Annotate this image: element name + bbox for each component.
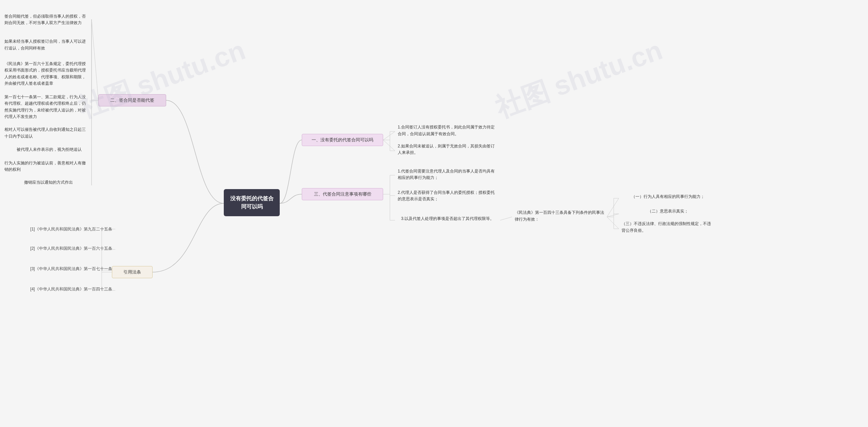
na2-text: 2.如果合同未被追认，则属于无效合同，其损失由签订人来承担。	[398, 143, 497, 156]
c2-text: [2]《中华人民共和国民法典》第一百六十五条	[30, 245, 112, 252]
cite-label: 引用法条	[123, 269, 141, 276]
lt5-text: 相对人可以催告被代理人自收到通知之日起三十日内予以追认	[4, 126, 89, 139]
lt2-text: 如果未经当事人授权签订合同，当事人可以进行追认，合同同样有效	[4, 38, 89, 51]
mindmap: 没有委托的代签合同可以吗 二、签合同是否能代签 引用法条 一、没有委托的代签合同…	[0, 0, 868, 427]
center-label: 没有委托的代签合同可以吗	[230, 195, 274, 211]
mf-child-3: （三）不违反法律、行政法规的强制性规定，不违背公序良俗。	[619, 220, 717, 235]
mf-node: 《民法典》第一百四十三条具备下列条件的民事法律行为有效：	[512, 207, 610, 225]
center-node: 没有委托的代签合同可以吗	[224, 189, 280, 216]
left-text-8: 撤销应当以通知的方式作出	[5, 178, 92, 187]
at1-text: 1.代签合同需要注意代理人及合同的当事人是否均具有相应的民事行为能力；	[398, 168, 497, 181]
c3-text: [3]《中华人民共和国民法典》第一百七十一条	[30, 265, 112, 272]
c4-text: [4]《中华人民共和国民法典》第一百四十三条	[30, 286, 112, 292]
mf-child-2: （二）意思表示真实；	[619, 207, 717, 216]
attention-label: 三、代签合同注意事项有哪些	[314, 191, 371, 198]
node-noauth: 一、没有委托的代签合同可以吗	[302, 134, 383, 146]
node-attention: 三、代签合同注意事项有哪些	[302, 188, 383, 200]
left-text-3: 《民法典》第一百六十五条规定，委托代理授权采用书面形式的，授权委托书应当载明代理…	[2, 59, 92, 88]
left-text-5: 相对人可以催告被代理人自收到通知之日起三十日内予以追认	[2, 125, 92, 141]
na1-text: 1.合同签订人没有授权委托书，则此合同属于效力待定合同，合同追认就属于有效合同。	[398, 124, 497, 137]
mf-text: 《民法典》第一百四十三条具备下列条件的民事法律行为有效：	[515, 209, 608, 222]
node-cite: 引用法条	[112, 266, 153, 278]
mf1-text: （一）行为人具有相应的民事行为能力；	[631, 194, 705, 200]
left-text-6: 被代理人未作表示的，视为拒绝追认	[7, 145, 92, 155]
lt6-text: 被代理人未作表示的，视为拒绝追认	[17, 146, 82, 153]
svg-line-0	[92, 19, 98, 100]
at3-text: 3.以及代签人处理的事项是否超出了其代理权限等。	[401, 216, 494, 222]
noauth-label: 一、没有委托的代签合同可以吗	[312, 137, 373, 143]
cite-item-4: [4]《中华人民共和国民法典》第一百四十三条	[25, 283, 117, 295]
noauth-child-1: 1.合同签订人没有授权委托书，则此合同属于效力待定合同，合同追认就属于有效合同。	[395, 121, 500, 140]
node-sign: 二、签合同是否能代签	[98, 94, 166, 106]
mf-child-1: （一）行为人具有相应的民事行为能力；	[619, 191, 717, 202]
left-text-1: 签合同能代签，但必须取得当事人的授权，否则合同无效，不对当事人双方产生法律效力	[2, 9, 92, 30]
at2-text: 2.代理人是否获得了合同当事人的委托授权；授权委托的意思表示是否真实；	[398, 189, 497, 202]
sign-label: 二、签合同是否能代签	[110, 97, 154, 104]
lt7-text: 行为人实施的行为被追认前，善意相对人有撤销的权利	[4, 160, 89, 173]
lt3-text: 《民法典》第一百六十五条规定，委托代理授权采用书面形式的，授权委托书应当载明代理…	[4, 61, 89, 87]
attention-child-2: 2.代理人是否获得了合同当事人的委托授权；授权委托的意思表示是否真实；	[395, 187, 500, 204]
cite-item-3: [3]《中华人民共和国民法典》第一百七十一条	[25, 263, 117, 275]
lt8-text: 撤销应当以通知的方式作出	[24, 179, 73, 186]
cite-item-2: [2]《中华人民共和国民法典》第一百六十五条	[25, 242, 117, 255]
lt4-text: 第一百七十一条第一、第二款规定，行为人没有代理权、超越代理权或者代理权终止后，仍…	[4, 94, 89, 120]
attention-child-1: 1.代签合同需要注意代理人及合同的当事人是否均具有相应的民事行为能力；	[395, 166, 500, 183]
cite-item-1: [1]《中华人民共和国民法典》第九百二十五条	[25, 223, 117, 235]
left-text-4: 第一百七十一条第一、第二款规定，行为人没有代理权、超越代理权或者代理权终止后，仍…	[2, 94, 92, 120]
left-text-7: 行为人实施的行为被追认前，善意相对人有撤销的权利	[2, 159, 92, 174]
mf2-text: （二）意思表示真实；	[648, 208, 688, 215]
left-text-2: 如果未经当事人授权签订合同，当事人可以进行追认，合同同样有效	[2, 37, 92, 53]
attention-child-3: 3.以及代签人处理的事项是否超出了其代理权限等。	[395, 212, 500, 226]
mf3-text: （三）不违反法律、行政法规的强制性规定，不违背公序良俗。	[622, 221, 714, 233]
c1-text: [1]《中华人民共和国民法典》第九百二十五条	[30, 226, 112, 232]
lt1-text: 签合同能代签，但必须取得当事人的授权，否则合同无效，不对当事人双方产生法律效力	[4, 13, 89, 26]
noauth-child-2: 2.如果合同未被追认，则属于无效合同，其损失由签订人来承担。	[395, 142, 500, 157]
